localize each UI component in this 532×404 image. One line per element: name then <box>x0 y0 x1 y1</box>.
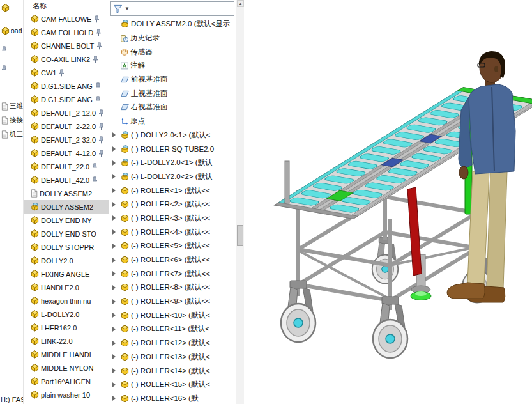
file-list-item[interactable]: CAM FOL HOLD <box>24 26 109 39</box>
pin-icon[interactable] <box>95 96 101 104</box>
left-strip-item[interactable]: oad <box>1 26 23 36</box>
file-list-item[interactable]: FIXING ANGLE <box>24 267 109 281</box>
feature-tree-item[interactable]: (-) DOLLY2.0<1> (默认< <box>110 128 236 143</box>
filter-funnel-icon[interactable] <box>113 4 123 13</box>
feature-tree-item[interactable]: (-) ROLLER<4> (默认<< <box>110 225 236 239</box>
expand-arrow-icon[interactable] <box>112 229 119 235</box>
pin-icon[interactable] <box>98 150 104 157</box>
file-list-item[interactable]: DEFAULT_2-12.0 <box>24 106 109 120</box>
feature-tree-item[interactable]: (-) ROLLER<11> (默认< <box>110 322 236 336</box>
feature-tree-item[interactable]: 上视基准面 <box>110 86 236 100</box>
feature-tree-item[interactable]: (-) ROLLER<15> (默认< <box>110 378 236 392</box>
file-list-item[interactable]: CAM FALLOWE <box>24 12 109 26</box>
expand-arrow-icon[interactable] <box>112 299 119 304</box>
expand-arrow-icon[interactable] <box>112 341 119 346</box>
feature-tree-item[interactable]: (-) ROLLER<9> (默认<< <box>110 295 236 309</box>
file-list-item[interactable]: LHFR162.0 <box>24 321 109 334</box>
filter-bar[interactable]: ▼ <box>110 1 234 16</box>
file-list-item[interactable]: CHANNEL BOLT <box>24 39 109 52</box>
feature-tree-item[interactable]: (-) L-DOLLY2.0<2> (默认 <box>110 170 236 184</box>
file-list-item[interactable]: DEFAULT_2-22.0 <box>24 120 109 133</box>
file-list-item[interactable]: DEFAULT_4-12.0 <box>24 146 109 160</box>
left-strip-item[interactable]: 接接口 <box>1 115 23 125</box>
expand-arrow-icon[interactable] <box>112 313 119 318</box>
pin-icon[interactable] <box>93 56 98 63</box>
feature-tree-item[interactable]: (-) ROLLER<8> (默认<< <box>110 281 236 295</box>
expand-arrow-icon[interactable] <box>112 354 119 359</box>
expand-arrow-icon[interactable] <box>112 49 119 54</box>
file-list-item[interactable]: DEFAULT_42.0 <box>24 173 109 187</box>
expand-arrow-icon[interactable] <box>112 258 119 263</box>
feature-tree-item[interactable]: (-) L-DOLLY2.0<1> (默认 <box>110 156 236 170</box>
expand-arrow-icon[interactable] <box>112 63 119 68</box>
expand-arrow-icon[interactable] <box>112 285 119 290</box>
human-figure[interactable] <box>447 51 515 302</box>
feature-tree-item[interactable]: (-) ROLLER<2> (默认<< <box>110 198 236 212</box>
feature-tree-item[interactable]: (-) ROLLER<16> (默 <box>110 392 236 404</box>
pin-icon[interactable] <box>92 176 98 184</box>
feature-tree-item[interactable]: (-) ROLLER<3> (默认<< <box>110 212 236 226</box>
expand-arrow-icon[interactable] <box>112 119 119 124</box>
expand-arrow-icon[interactable] <box>112 22 119 27</box>
expand-arrow-icon[interactable] <box>112 396 119 401</box>
file-list-item[interactable]: DOLLY STOPPR <box>24 240 109 254</box>
file-list-header[interactable]: 名称 <box>24 0 109 12</box>
handle-post[interactable] <box>285 161 289 203</box>
file-list-item[interactable]: plain washer 10 <box>24 388 109 401</box>
feature-tree-item[interactable]: (-) ROLLER<5> (默认<< <box>110 239 236 253</box>
tree-scrollbar[interactable]: ▲ <box>236 0 244 404</box>
feature-tree-item[interactable]: (-) ROLLER<13> (默认< <box>110 350 236 364</box>
feature-tree-item[interactable]: 右视基准面 <box>110 100 236 114</box>
expand-arrow-icon[interactable] <box>112 146 119 152</box>
pin-icon[interactable] <box>95 82 101 90</box>
file-list-item[interactable]: MIDDLE HANDL <box>24 348 109 361</box>
pin-icon[interactable] <box>96 29 102 36</box>
left-strip-item[interactable] <box>1 3 23 13</box>
expand-arrow-icon[interactable] <box>112 382 119 387</box>
expand-arrow-icon[interactable] <box>112 368 119 373</box>
file-list-item[interactable]: L-DOLLY2.0 <box>24 307 109 321</box>
pin-icon[interactable] <box>96 42 102 50</box>
file-list-item[interactable]: CO-AXIL LINK2 <box>24 52 109 66</box>
pin-icon[interactable] <box>92 163 98 171</box>
feature-tree-item[interactable]: (-) ROLLER<12> (默认< <box>110 336 236 350</box>
feature-tree-item[interactable]: (-) ROLLER<1> (默认<< <box>110 183 236 198</box>
feature-tree-item[interactable]: 原点 <box>110 114 236 128</box>
expand-arrow-icon[interactable] <box>112 160 119 166</box>
feature-tree-item[interactable]: (-) ROLLER<10> (默认< <box>110 308 236 322</box>
expand-arrow-icon[interactable] <box>112 327 119 332</box>
file-list-item[interactable]: MIDDLE NYLON <box>24 361 109 375</box>
feature-tree-item[interactable]: (-) ROLLER<7> (默认<< <box>110 267 236 281</box>
pin-icon[interactable] <box>59 69 65 77</box>
expand-arrow-icon[interactable] <box>112 215 119 221</box>
left-strip-item[interactable] <box>1 45 23 55</box>
pin-icon[interactable] <box>94 15 100 23</box>
file-list-item[interactable]: D.G1.SIDE ANG <box>24 93 109 106</box>
expand-arrow-icon[interactable] <box>112 244 119 249</box>
pin-icon[interactable] <box>98 136 104 144</box>
expand-arrow-icon[interactable] <box>112 36 119 41</box>
file-list-item[interactable]: DOLLY ASSEM2 <box>24 187 109 200</box>
feature-tree-item[interactable]: (-) ROLLER<14> (默认< <box>110 364 236 378</box>
file-list-item[interactable]: Part16^ALIGEN <box>24 375 109 388</box>
feature-tree-item[interactable]: 传感器 <box>110 45 236 59</box>
feature-tree-item[interactable]: (-) ROLLER SQ TUBE2.0 <box>110 142 236 156</box>
scrollbar-thumb[interactable] <box>237 225 243 246</box>
file-list-item[interactable]: hexagon thin nu <box>24 294 109 307</box>
expand-arrow-icon[interactable] <box>112 77 119 82</box>
left-strip-item[interactable]: 三维移 <box>1 101 23 111</box>
expand-arrow-icon[interactable] <box>112 202 119 207</box>
file-list-item[interactable]: LINK-22.0 <box>24 334 109 348</box>
expand-arrow-icon[interactable] <box>112 132 119 137</box>
expand-arrow-icon[interactable] <box>112 174 119 179</box>
file-list-item[interactable]: D.G1.SIDE ANG <box>24 79 109 93</box>
file-list-item[interactable]: CW1 <box>24 66 109 79</box>
file-list-item[interactable]: DOLLY END STO <box>24 227 109 240</box>
file-list-item[interactable]: DOLLY ASSEM2 <box>24 200 109 214</box>
graphics-viewport[interactable] <box>244 0 532 404</box>
expand-arrow-icon[interactable] <box>112 91 119 96</box>
expand-arrow-icon[interactable] <box>112 188 119 193</box>
caster-wheel-rear[interactable] <box>372 238 399 284</box>
file-list-item[interactable]: HANDLE2.0 <box>24 281 109 294</box>
pin-icon[interactable] <box>98 123 104 130</box>
